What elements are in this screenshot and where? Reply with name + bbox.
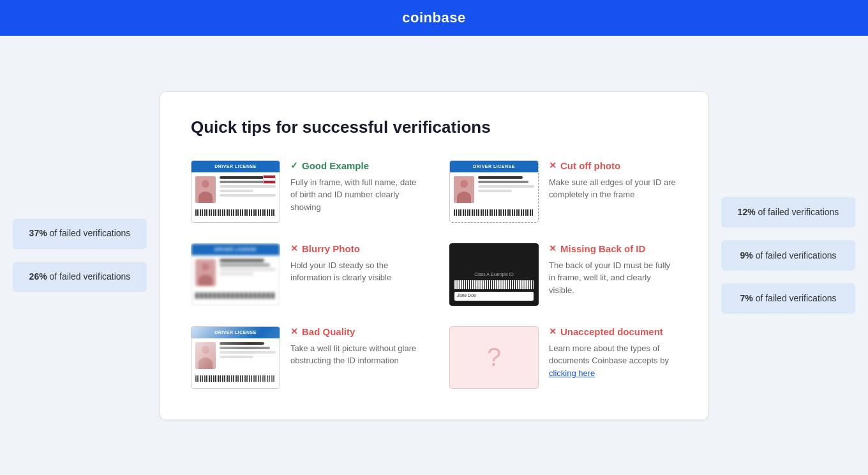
tip-title-bad: Bad Quality <box>302 326 355 337</box>
tip-desc-blurry: Hold your ID steady so the information i… <box>290 259 419 284</box>
id-barcode-blurry <box>195 292 276 299</box>
right-badge-1-label: of failed verifications <box>758 207 839 217</box>
tip-icon-unaccepted: ✕ <box>549 326 557 336</box>
left-badge-1-percent: 37% <box>29 228 47 238</box>
tip-content-blurry: ✕ Blurry Photo Hold your ID steady so th… <box>290 243 419 284</box>
id-header-good: DRIVER LICENSE <box>191 161 280 172</box>
id-flag-good <box>263 175 276 184</box>
id-info-cutoff <box>478 176 534 203</box>
left-badge-2: 26% of failed verifications <box>13 262 147 292</box>
left-badge-1: 37% of failed verifications <box>13 218 147 249</box>
tip-title-row-cutoff: ✕ Cut off photo <box>549 160 677 171</box>
tips-grid: DRIVER LICENSE <box>191 160 677 389</box>
tip-desc-unaccepted: Learn more about the types of documents … <box>549 342 677 380</box>
tip-icon-bad: ✕ <box>290 326 298 336</box>
right-badge-2: 9% of failed verifications <box>721 240 855 271</box>
tip-content-unaccepted: ✕ Unaccepted document Learn more about t… <box>549 326 677 380</box>
id-info-bad <box>220 342 276 369</box>
left-badge-2-label: of failed verifications <box>50 271 131 282</box>
tip-title-back: Missing Back of ID <box>560 243 645 254</box>
id-photo-good <box>195 176 216 203</box>
id-back-sig <box>454 292 534 301</box>
question-mark-icon: ? <box>487 343 501 372</box>
tip-icon-blurry: ✕ <box>290 243 298 253</box>
id-photo-cutoff <box>454 176 474 203</box>
clicking-here-link[interactable]: clicking here <box>549 368 595 378</box>
id-header-blurry: DRIVER LICENSE <box>191 244 280 255</box>
right-badge-2-label: of failed verifications <box>756 250 837 260</box>
tip-blurry: DRIVER LICENSE <box>191 243 419 306</box>
right-badge-1: 12% of failed verifications <box>721 197 855 228</box>
tip-image-unknown: ? <box>449 326 539 389</box>
tip-missing-back: Class A Example ID ✕ Missing Back of ID … <box>449 243 677 306</box>
tip-good-example: DRIVER LICENSE <box>191 160 419 223</box>
app-header: coinbase <box>0 0 868 36</box>
tip-content-good: ✓ Good Example Fully in frame, with full… <box>290 160 419 214</box>
coinbase-logo: coinbase <box>402 10 465 26</box>
tip-desc-bad: Take a well lit picture without glare ob… <box>290 342 419 367</box>
id-header-bad: DRIVER LICENSE <box>191 327 280 338</box>
tip-image-good: DRIVER LICENSE <box>191 160 280 223</box>
right-badge-1-percent: 12% <box>738 207 756 217</box>
tip-image-back: Class A Example ID <box>449 243 539 306</box>
tip-bad-quality: DRIVER LICENSE <box>191 326 419 389</box>
id-info-blurry <box>220 259 276 286</box>
right-badge-3-label: of failed verifications <box>756 293 837 303</box>
tip-icon-cutoff: ✕ <box>549 160 557 170</box>
tip-desc-cutoff: Make sure all edges of your ID are compl… <box>549 176 677 201</box>
tip-unaccepted: ? ✕ Unaccepted document Learn more about… <box>449 326 677 389</box>
id-back-barcode <box>454 280 534 289</box>
tip-content-cutoff: ✕ Cut off photo Make sure all edges of y… <box>549 160 677 201</box>
right-badge-3: 7% of failed verifications <box>721 283 855 314</box>
tip-title-row-blurry: ✕ Blurry Photo <box>290 243 419 254</box>
tip-icon-good: ✓ <box>290 160 298 170</box>
card-title: Quick tips for successful verifications <box>191 117 677 137</box>
right-badges: 12% of failed verifications 9% of failed… <box>721 197 855 314</box>
tip-content-back: ✕ Missing Back of ID The back of your ID… <box>549 243 677 297</box>
tip-title-good: Good Example <box>302 160 369 171</box>
tip-cutoff: DRIVER LICENSE <box>449 160 677 223</box>
left-badge-2-percent: 26% <box>29 271 47 282</box>
id-barcode-good <box>195 209 276 216</box>
id-header-cutoff: DRIVER LICENSE <box>450 161 538 172</box>
tip-image-bad: DRIVER LICENSE <box>191 326 280 389</box>
id-barcode-bad <box>195 375 276 382</box>
tip-title-unaccepted: Unaccepted document <box>560 326 663 337</box>
main-content: 37% of failed verifications 26% of faile… <box>0 36 868 475</box>
id-back-label: Class A Example ID <box>454 272 534 276</box>
left-badges: 37% of failed verifications 26% of faile… <box>13 218 147 292</box>
right-badge-2-percent: 9% <box>740 250 753 260</box>
tip-title-cutoff: Cut off photo <box>560 160 620 171</box>
tip-image-blurry: DRIVER LICENSE <box>191 243 280 306</box>
tip-title-row-unaccepted: ✕ Unaccepted document <box>549 326 677 337</box>
id-barcode-cutoff <box>454 209 534 216</box>
tip-image-cutoff: DRIVER LICENSE <box>449 160 539 223</box>
tips-card: Quick tips for successful verifications … <box>160 91 708 420</box>
tip-icon-back: ✕ <box>549 243 557 253</box>
id-photo-bad <box>195 342 216 369</box>
tip-title-row-bad: ✕ Bad Quality <box>290 326 419 337</box>
right-badge-3-percent: 7% <box>740 293 753 303</box>
tip-desc-good: Fully in frame, with full name, date of … <box>290 176 419 214</box>
tip-title-blurry: Blurry Photo <box>302 243 360 254</box>
left-badge-1-label: of failed verifications <box>50 228 131 238</box>
tip-desc-back: The back of your ID must be fully in fra… <box>549 259 677 297</box>
tip-content-bad: ✕ Bad Quality Take a well lit picture wi… <box>290 326 419 367</box>
tip-title-row-back: ✕ Missing Back of ID <box>549 243 677 254</box>
tip-title-row-good: ✓ Good Example <box>290 160 419 171</box>
id-photo-blurry <box>195 259 216 286</box>
